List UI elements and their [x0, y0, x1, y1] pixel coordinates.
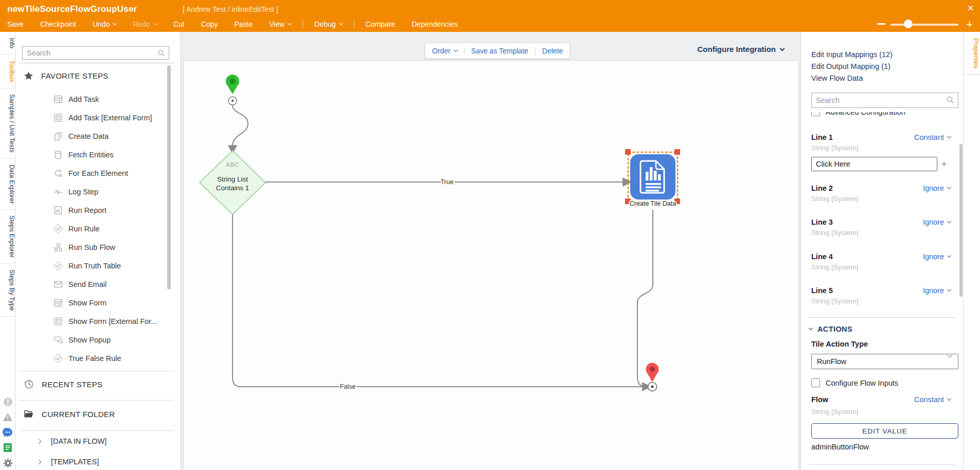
properties-search — [811, 93, 958, 108]
warning-icon[interactable] — [3, 412, 13, 422]
mapping-type-dropdown[interactable]: Constant — [914, 395, 951, 404]
zoom-in-icon[interactable]: + — [966, 18, 973, 31]
properties-search-input[interactable] — [811, 93, 958, 108]
toolbox-search-input[interactable] — [22, 46, 169, 60]
panel-link[interactable]: View Flow Data — [811, 73, 893, 84]
sidebar-tab[interactable]: Steps Explorer — [0, 210, 15, 264]
selection-toolbar-item[interactable]: Order — [432, 47, 457, 55]
folder-tree-item[interactable]: [TEMPLATES] — [15, 451, 181, 470]
close-icon[interactable]: × — [967, 2, 974, 14]
edge-false-path[interactable] — [233, 214, 643, 387]
mapping-type-dropdown[interactable]: Ignore — [923, 286, 951, 295]
selection-toolbar-item[interactable]: Delete — [535, 47, 563, 55]
flow-diagram: ABC String List Contains 1 True — [181, 32, 800, 470]
menu-item[interactable]: Save — [7, 20, 24, 28]
menu-item[interactable]: Compare — [366, 20, 396, 28]
chat-icon[interactable] — [3, 427, 13, 437]
advanced-configuration-checkbox[interactable] — [811, 112, 820, 116]
selection-handle[interactable] — [674, 149, 680, 155]
menu-item[interactable]: Paste — [234, 20, 253, 28]
menu-item[interactable]: Checkpoint — [40, 20, 76, 28]
toolbox-step-item[interactable]: True False Rule — [15, 349, 181, 368]
chevron-down-icon — [113, 21, 117, 25]
zoom-slider-handle[interactable] — [904, 20, 913, 28]
configure-flow-inputs-checkbox[interactable] — [811, 378, 820, 387]
add-icon[interactable]: + — [937, 158, 951, 170]
properties-scrollbar[interactable] — [959, 144, 963, 297]
mapping-links: Edit Input Mappings (12) Edit Output Map… — [811, 49, 893, 84]
zoom-slider-track[interactable] — [890, 24, 958, 26]
sidebar-tab[interactable]: Samples / Unit Tests — [0, 88, 15, 159]
menu-item[interactable]: Debug — [314, 20, 342, 28]
toolbox-step-item[interactable]: Fetch Entities — [15, 146, 181, 164]
edge-step-to-end[interactable] — [637, 210, 653, 387]
toolbox-scrollbar[interactable] — [167, 65, 171, 290]
toolbox-step-item[interactable]: Run Truth Table — [15, 257, 181, 275]
zoom-out-icon[interactable] — [877, 23, 885, 25]
chevron-down-icon — [948, 353, 953, 358]
advanced-config-clipped: Advanced Configuration — [801, 112, 963, 129]
edge-false-label: False — [340, 383, 356, 390]
breadcrumb: [ Andrew Test / inlineEditTest ] — [183, 5, 278, 13]
end-node[interactable] — [646, 363, 659, 391]
sidebar-tab[interactable]: Data Explorer — [0, 159, 15, 210]
mapping-type-dropdown[interactable]: Ignore — [923, 252, 951, 261]
selection-handle[interactable] — [625, 149, 631, 155]
flow-value-text: adminButtonFlow — [811, 443, 869, 451]
toolbox-step-item[interactable]: Run Rule — [15, 220, 181, 238]
selection-toolbar-item[interactable]: Save as Template — [464, 47, 528, 55]
menu-item[interactable]: Cut — [173, 20, 185, 28]
notes-icon[interactable] — [3, 443, 12, 453]
rule-node-string-list-contains-1[interactable]: ABC String List Contains 1 — [200, 151, 265, 214]
settings-gear-icon[interactable] — [3, 458, 13, 468]
toolbox-step-item[interactable]: Show Form [External For... — [15, 312, 181, 331]
sidebar-tab[interactable]: Steps By Type — [0, 264, 15, 317]
toolbox-step-item[interactable]: Run Report — [15, 201, 181, 220]
sidebar-tab[interactable]: Info — [0, 32, 15, 55]
toolbox-step-item[interactable]: For Each Element — [15, 164, 181, 183]
flow-canvas[interactable]: ABC String List Contains 1 True — [181, 32, 800, 470]
chevron-down-icon — [947, 254, 951, 258]
svg-text:String List: String List — [217, 175, 248, 183]
panel-link[interactable]: Edit Input Mappings (12) — [811, 49, 893, 61]
menu-item[interactable]: Redo — [133, 20, 156, 28]
mapping-type-dropdown[interactable]: Constant — [914, 133, 951, 141]
start-node[interactable] — [226, 75, 239, 105]
mapping-type-dropdown[interactable]: Ignore — [923, 184, 951, 192]
tile-action-type-select[interactable]: RunFlow — [811, 354, 958, 369]
menu-item[interactable]: Dependencies — [412, 20, 458, 28]
step-create-tile-data[interactable]: Create Tile Data — [625, 149, 680, 207]
edit-value-button[interactable]: EDIT VALUE — [811, 423, 958, 439]
edge-start-to-rule[interactable] — [233, 105, 248, 147]
actions-section-header[interactable]: ACTIONS — [809, 325, 852, 333]
panel-link[interactable]: Edit Output Mapping (1) — [811, 61, 893, 73]
toolbox-panel: FAVORITE STEPS Add Task Add Task [Extern… — [15, 32, 181, 470]
toolbox-step-item[interactable]: Add Task — [15, 90, 181, 109]
toolbox-step-item[interactable]: Create Data — [15, 127, 181, 146]
folder-tree-item[interactable]: [DATA IN FLOW] — [15, 431, 181, 451]
toolbox-step-item[interactable]: Show Popup — [15, 331, 181, 349]
toolbox-step-item[interactable]: Add Task [External Form] — [15, 109, 181, 127]
constant-value-input[interactable] — [811, 157, 937, 171]
toolbox-step-item[interactable]: Show Form — [15, 294, 181, 312]
mapping-type-dropdown[interactable]: Ignore — [923, 218, 951, 226]
sidebar-tab[interactable]: Toolbox — [0, 55, 15, 88]
favorite-steps-header[interactable]: FAVORITE STEPS — [15, 66, 181, 85]
status-icon-stack — [0, 397, 15, 468]
toolbox-step-item[interactable]: Send Email — [15, 275, 181, 294]
menu-item[interactable]: View — [269, 20, 291, 28]
toolbox-step-item[interactable]: Run Sub Flow — [15, 238, 181, 257]
properties-tab[interactable]: Properties — [964, 32, 980, 75]
notification-icon[interactable] — [3, 397, 13, 407]
rule-icon — [52, 353, 64, 364]
loop-icon — [52, 168, 64, 179]
tile-action-type-label: Tile Action Type — [811, 340, 868, 348]
menu-item[interactable]: Undo — [93, 20, 116, 28]
configure-integration-dropdown[interactable]: Configure Integration — [698, 45, 785, 53]
menu-item[interactable]: Copy — [201, 20, 218, 28]
report-icon — [52, 205, 64, 216]
chevron-down-icon — [947, 134, 951, 138]
current-folder-header[interactable]: CURRENT FOLDER — [15, 401, 181, 427]
recent-steps-header[interactable]: RECENT STEPS — [15, 371, 181, 397]
toolbox-step-item[interactable]: Log Step — [15, 183, 181, 201]
